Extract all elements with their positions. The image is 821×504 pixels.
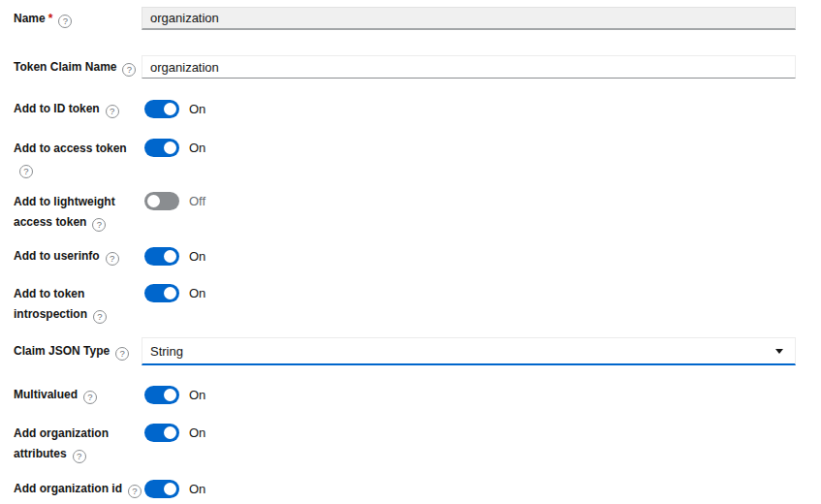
row-add-to-lightweight-access-token: Add to lightweight access token Off	[14, 192, 796, 233]
row-token-claim-name: Token Claim Name	[14, 55, 796, 79]
row-add-organization-id: Add organization id On	[14, 480, 796, 498]
field-label-add-to-userinfo: Add to userinfo	[14, 247, 136, 266]
help-icon[interactable]	[128, 485, 142, 498]
field-label-add-to-access-token: Add to access token	[14, 139, 136, 179]
label-text: Add to userinfo	[14, 249, 100, 263]
required-indicator: *	[48, 12, 53, 25]
help-icon[interactable]	[93, 310, 107, 324]
switch-state-label: On	[189, 102, 205, 116]
help-icon[interactable]	[106, 252, 119, 266]
field-label-name: Name*	[14, 7, 136, 30]
label-text: Multivalued	[14, 388, 78, 401]
add-to-lightweight-access-token-switch[interactable]	[144, 192, 179, 210]
add-to-id-token-switch[interactable]	[144, 100, 179, 118]
row-add-to-access-token: Add to access token On	[14, 139, 796, 179]
field-label-claim-json-type: Claim JSON Type	[14, 337, 136, 365]
label-text: Add organization id	[14, 482, 122, 495]
caret-down-icon	[775, 349, 783, 354]
switch-state-label: Off	[189, 194, 205, 208]
row-name: Name*	[14, 7, 796, 30]
row-add-organization-attributes: Add organization attributes On	[14, 424, 796, 464]
field-label-token-claim-name: Token Claim Name	[14, 55, 136, 79]
row-add-to-id-token: Add to ID token On	[14, 100, 796, 118]
mapper-config-form: Name* Token Claim Name Add to ID token O…	[14, 7, 796, 498]
help-icon[interactable]	[19, 165, 33, 178]
switch-knob	[164, 426, 176, 439]
row-add-to-userinfo: Add to userinfo On	[14, 247, 796, 266]
label-text: Add to access token	[14, 142, 127, 155]
help-icon[interactable]	[83, 391, 97, 404]
token-claim-name-input[interactable]	[142, 55, 796, 79]
add-organization-attributes-switch[interactable]	[144, 424, 179, 442]
switch-state-label: On	[189, 425, 205, 440]
add-to-userinfo-switch[interactable]	[144, 247, 179, 266]
switch-knob	[164, 389, 176, 401]
help-icon[interactable]	[58, 15, 72, 28]
switch-knob	[164, 483, 176, 495]
field-label-add-to-lightweight-access-token: Add to lightweight access token	[14, 192, 136, 233]
select-value: String	[150, 344, 183, 359]
field-label-multivalued: Multivalued	[14, 386, 136, 404]
help-icon[interactable]	[115, 347, 129, 361]
switch-state-label: On	[189, 286, 205, 300]
add-to-access-token-switch[interactable]	[144, 139, 179, 157]
label-text: Token Claim Name	[14, 60, 116, 74]
name-input	[142, 7, 796, 30]
claim-json-type-select[interactable]: String	[142, 337, 796, 365]
switch-knob	[164, 142, 176, 154]
switch-state-label: On	[189, 249, 205, 264]
help-icon[interactable]	[106, 105, 119, 118]
label-text: Add to token introspection	[14, 287, 87, 321]
help-icon[interactable]	[122, 63, 136, 77]
add-to-token-introspection-switch[interactable]	[144, 284, 179, 302]
switch-state-label: On	[189, 388, 205, 402]
label-text: Name	[14, 12, 46, 25]
field-label-add-organization-attributes: Add organization attributes	[14, 424, 136, 464]
multivalued-switch[interactable]	[144, 386, 179, 404]
switch-state-label: On	[189, 482, 205, 496]
field-label-add-to-id-token: Add to ID token	[14, 100, 136, 118]
label-text: Claim JSON Type	[14, 344, 110, 358]
row-claim-json-type: Claim JSON Type String	[14, 337, 796, 365]
switch-knob	[147, 195, 160, 207]
switch-state-label: On	[189, 141, 205, 155]
row-add-to-token-introspection: Add to token introspection On	[14, 284, 796, 325]
row-multivalued: Multivalued On	[14, 386, 796, 404]
add-organization-id-switch[interactable]	[144, 480, 179, 498]
field-label-add-to-token-introspection: Add to token introspection	[14, 284, 136, 325]
switch-knob	[164, 103, 176, 115]
help-icon[interactable]	[92, 218, 106, 232]
field-label-add-organization-id: Add organization id	[14, 480, 136, 498]
switch-knob	[164, 287, 176, 299]
help-icon[interactable]	[73, 450, 86, 463]
label-text: Add to ID token	[14, 102, 100, 115]
switch-knob	[164, 250, 176, 263]
label-text: Add organization attributes	[14, 426, 109, 460]
